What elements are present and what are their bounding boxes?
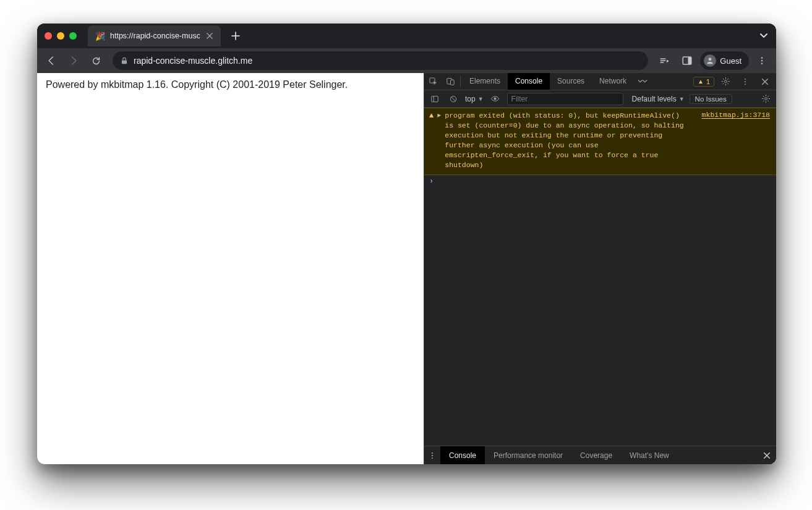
svg-point-4 [761,57,763,58]
svg-point-11 [745,78,746,79]
devtools-settings-icon[interactable] [717,77,734,86]
console-context-select[interactable]: top ▼ [465,95,484,103]
avatar-icon [704,54,716,67]
tab-strip: 🎉 https://rapid-concise-muscle.g [37,24,776,48]
lock-icon [120,56,129,65]
svg-point-10 [724,80,727,83]
tabs-overflow-button[interactable] [760,33,767,38]
expand-icon[interactable]: ▶ [437,111,441,171]
tab-title: https://rapid-concise-muscle.g [110,32,200,40]
live-expression-icon[interactable] [489,94,502,103]
svg-point-5 [761,60,763,61]
address-bar-url: rapid-concise-muscle.glitch.me [134,56,252,66]
warning-count: 1 [706,78,710,85]
profile-button[interactable]: Guest [700,51,749,70]
drawer-tab-coverage[interactable]: Coverage [571,446,621,464]
side-panel-button[interactable] [678,51,696,70]
drawer-menu-icon[interactable] [424,446,440,464]
devtools-menu-icon[interactable] [737,77,754,86]
drawer-tab-performance-monitor[interactable]: Performance monitor [485,446,571,464]
devtools-close-icon[interactable] [756,78,774,85]
console-message-text: program exited (with status: 0), but kee… [445,111,691,171]
tab-favicon: 🎉 [95,32,105,40]
svg-rect-14 [432,96,438,102]
prompt-caret-icon: › [429,177,434,186]
inspect-element-icon[interactable] [424,73,442,90]
svg-rect-0 [122,60,127,64]
forward-button[interactable] [64,51,83,70]
drawer-tab-whats-new[interactable]: What's New [621,446,678,464]
address-bar[interactable]: rapid-concise-muscle.glitch.me [113,51,648,70]
window-minimize-button[interactable] [57,32,64,40]
console-context-label: top [465,95,476,103]
devtools-tab-console[interactable]: Console [508,73,550,90]
console-toolbar: top ▼ Default levels ▼ No Issues [424,90,776,108]
devtools-tabs-overflow-icon[interactable] [634,73,651,90]
tab-close-button[interactable] [205,31,215,41]
devtools-tab-elements[interactable]: Elements [462,73,508,90]
devtools-panel: Elements Console Sources Network ▲ 1 [424,73,776,464]
reload-button[interactable] [87,51,105,70]
browser-window: 🎉 https://rapid-concise-muscle.g [37,24,776,464]
clear-console-icon[interactable] [447,95,460,103]
devtools-tab-sources[interactable]: Sources [550,73,592,90]
page-text: Powered by mkbitmap 1.16. Copyright (C) … [46,79,415,90]
media-control-button[interactable] [656,51,674,70]
browser-toolbar: rapid-concise-muscle.glitch.me Guest [37,48,776,73]
console-settings-icon[interactable] [759,94,772,103]
chevron-down-icon: ▼ [478,96,484,102]
console-filter-input[interactable] [507,93,623,105]
svg-point-3 [709,58,712,61]
page-viewport[interactable]: Powered by mkbitmap 1.16. Copyright (C) … [37,73,424,464]
devtools-drawer: Console Performance monitor Coverage Wha… [424,446,776,464]
warning-icon: ▲ [698,78,704,85]
svg-point-13 [745,84,746,85]
svg-point-12 [745,81,746,82]
device-toolbar-icon[interactable] [442,73,459,90]
warnings-badge[interactable]: ▲ 1 [693,77,714,87]
drawer-close-icon[interactable] [758,446,776,464]
content-area: Powered by mkbitmap 1.16. Copyright (C) … [37,73,776,464]
browser-menu-button[interactable] [753,51,771,70]
window-traffic-lights [45,32,77,40]
window-close-button[interactable] [45,32,52,40]
console-sidebar-toggle-icon[interactable] [428,95,442,103]
profile-label: Guest [720,56,741,66]
console-message-source[interactable]: mkbitmap.js:3718 [702,111,770,171]
svg-rect-2 [688,57,691,64]
svg-point-17 [764,98,767,100]
issues-label: No Issues [695,95,727,103]
svg-point-6 [761,63,763,64]
console-prompt[interactable]: › [424,175,776,188]
devtools-tabbar: Elements Console Sources Network ▲ 1 [424,73,776,90]
svg-point-16 [494,97,497,100]
warning-icon: ▲ [429,111,434,171]
console-warning-row[interactable]: ▲ ▶ program exited (with status: 0), but… [424,108,776,175]
console-output[interactable]: ▲ ▶ program exited (with status: 0), but… [424,108,776,446]
browser-tab[interactable]: 🎉 https://rapid-concise-muscle.g [88,25,221,46]
svg-rect-9 [450,80,454,85]
drawer-tab-console[interactable]: Console [440,446,485,464]
devtools-tab-network[interactable]: Network [592,73,634,90]
new-tab-button[interactable] [227,27,244,45]
log-levels-label: Default levels [632,95,677,103]
svg-point-18 [432,452,433,453]
issues-button[interactable]: No Issues [690,94,732,104]
divider [460,76,461,87]
svg-point-19 [432,455,433,456]
svg-point-20 [432,457,433,459]
window-zoom-button[interactable] [69,32,77,40]
back-button[interactable] [42,51,61,70]
chevron-down-icon: ▼ [679,96,685,102]
log-levels-select[interactable]: Default levels ▼ [632,95,685,103]
